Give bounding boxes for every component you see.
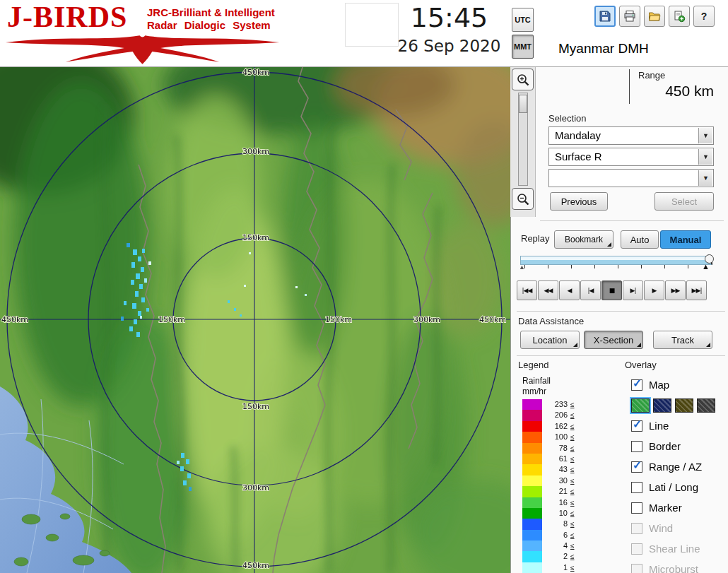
overlay-label-text: Border: [649, 440, 681, 452]
separator: [517, 311, 725, 312]
overlay-item-microburst: Microburst: [631, 559, 728, 573]
legend-lte-symbol: ≤: [570, 519, 575, 529]
legend-color-box: [522, 519, 542, 529]
overlay-label-text: Lati / Long: [649, 481, 698, 493]
replay-slider-track[interactable]: [520, 256, 712, 265]
slider-position-marker[interactable]: ▲: [702, 262, 710, 271]
legend-lte-symbol: ≤: [570, 432, 575, 442]
station-dropdown[interactable]: Mandalay ▼: [548, 126, 714, 145]
check-icon: ✓: [633, 459, 642, 472]
legend-lte-symbol: ≤: [570, 464, 575, 475]
ring-label: 450km: [242, 68, 269, 77]
ring-label: 150km: [242, 402, 269, 411]
auto-button[interactable]: Auto: [621, 230, 659, 249]
mmt-button[interactable]: MMT: [512, 35, 534, 59]
select-button[interactable]: Select: [654, 192, 714, 211]
overlay-list: ✓Map✓LineBorder✓Range / AZLati / LongMar…: [631, 374, 728, 573]
legend-row: 206≤: [522, 410, 575, 420]
legend-color-box: [522, 486, 542, 497]
product-dropdown-value: Surface R: [555, 150, 602, 163]
map-color-swatches: [631, 395, 728, 415]
dropdown-arrow-icon[interactable]: ▼: [698, 149, 712, 165]
overlay-item-range-az: ✓Range / AZ: [631, 456, 728, 477]
legend-color-box: [522, 432, 542, 442]
legend-color-box: [522, 551, 542, 562]
playback-fast-forward-button[interactable]: ▶▶: [665, 280, 686, 300]
legend-value: 61: [546, 454, 568, 464]
checkbox[interactable]: [631, 441, 642, 452]
map-color-swatch-2[interactable]: [675, 398, 693, 413]
separator: [517, 355, 725, 356]
legend-value: 100: [546, 432, 568, 442]
map-color-swatch-1[interactable]: [653, 398, 671, 413]
add-file-button[interactable]: [669, 6, 690, 27]
dropdown-arrow-icon[interactable]: ▼: [698, 128, 712, 143]
jbirds-app: J-BIRDS JRC-Brilliant & Intelligent Rada…: [0, 0, 728, 573]
zoom-out-button[interactable]: [512, 188, 534, 210]
data-assistance-label: Data Assistance: [518, 316, 584, 326]
checkbox[interactable]: ✓: [631, 420, 642, 432]
clock-date: 26 Sep 2020: [387, 37, 511, 55]
playback-play-button[interactable]: ▶: [644, 280, 664, 300]
legend-lte-symbol: ≤: [570, 475, 575, 486]
legend-title-line2: mm/hr: [522, 386, 551, 397]
legend-row: 78≤: [522, 443, 575, 454]
print-button[interactable]: [619, 6, 640, 27]
playback-step-back-button[interactable]: |◀: [580, 280, 601, 300]
help-button[interactable]: ?: [693, 6, 715, 27]
overlay-item-line: ✓Line: [631, 415, 728, 436]
bookmark-button[interactable]: Bookmark: [554, 230, 613, 249]
legend-color-box: [522, 540, 542, 551]
playback-skip-start-button[interactable]: |◀◀: [517, 280, 537, 300]
range-label: Range: [638, 70, 665, 81]
playback-stop-button[interactable]: ■: [601, 280, 622, 300]
overlay-item-lati-long: Lati / Long: [631, 477, 728, 497]
map-color-swatch-3[interactable]: [697, 398, 715, 413]
playback-back-button[interactable]: ◀: [559, 280, 580, 300]
station-dropdown-value: Mandalay: [555, 129, 601, 141]
legend-row: 4≤: [522, 540, 575, 551]
dropdown-arrow-icon[interactable]: ▼: [698, 170, 712, 186]
checkbox[interactable]: ✓: [631, 379, 642, 391]
track-button[interactable]: Track: [653, 331, 712, 349]
location-button[interactable]: Location: [520, 331, 580, 349]
legend-lte-symbol: ≤: [570, 410, 575, 420]
save-icon: [599, 10, 611, 23]
overlay-label-text: Line: [649, 420, 669, 432]
checkbox[interactable]: [631, 502, 642, 514]
overlay-item-shear-line: Shear Line: [631, 538, 728, 559]
magnifier-minus-icon: [516, 192, 530, 206]
legend-row: 43≤: [522, 464, 575, 475]
open-button[interactable]: [644, 6, 665, 27]
ring-label: 300km: [242, 147, 269, 156]
playback-skip-end-button[interactable]: ▶▶|: [686, 280, 707, 300]
legend-value: 206: [546, 410, 568, 420]
zoom-slider[interactable]: [518, 93, 528, 186]
previous-button[interactable]: Previous: [550, 192, 608, 211]
xsection-button[interactable]: X-Section: [584, 331, 643, 349]
legend-lte-symbol: ≤: [570, 562, 575, 573]
checkbox[interactable]: [631, 482, 642, 493]
playback-controls: |◀◀◀◀◀|◀■▶|▶▶▶▶▶|: [517, 280, 707, 300]
zoom-in-button[interactable]: [512, 69, 534, 90]
playback-step-forward-button[interactable]: ▶|: [623, 280, 643, 300]
map-color-swatch-0[interactable]: [631, 398, 650, 413]
replay-slider[interactable]: ▲ ▲: [520, 254, 712, 273]
legend-color-box: [522, 410, 542, 420]
open-icon: [648, 10, 661, 23]
playback-rewind-button[interactable]: ◀◀: [538, 280, 558, 300]
manual-button[interactable]: Manual: [660, 230, 711, 249]
legend-color-box: [522, 530, 542, 540]
radar-map[interactable]: 450km300km150km150km300km450km450km150km…: [0, 67, 510, 573]
product-dropdown[interactable]: Surface R ▼: [548, 148, 714, 166]
checkbox[interactable]: ✓: [631, 461, 642, 473]
zoom-slider-thumb[interactable]: [519, 95, 527, 113]
legend-lte-symbol: ≤: [570, 551, 575, 562]
header-toolbar: ?: [594, 6, 715, 27]
legend-color-box: [522, 464, 542, 475]
save-button[interactable]: [594, 6, 616, 27]
extra-dropdown[interactable]: ▼: [548, 169, 714, 187]
legend-value: 8: [546, 519, 568, 529]
overlay-label-text: Wind: [649, 522, 673, 534]
utc-button[interactable]: UTC: [512, 8, 534, 32]
